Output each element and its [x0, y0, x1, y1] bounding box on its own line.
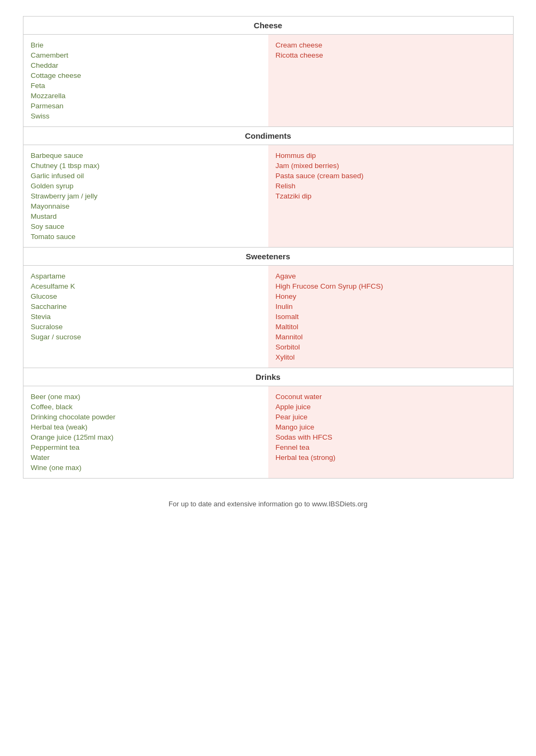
section-drinks: DrinksBeer (one max)Coffee, blackDrinkin… — [23, 368, 514, 479]
list-item: Maltitol — [276, 322, 506, 332]
section-body-drinks: Beer (one max)Coffee, blackDrinking choc… — [23, 386, 513, 478]
sections-container: CheeseBrieCamembertCheddarCottage cheese… — [23, 16, 514, 479]
footer: For up to date and extensive information… — [23, 500, 514, 508]
list-item: Mannitol — [276, 332, 506, 342]
section-body-sweeteners: AspartameAcesulfame KGlucoseSaccharineSt… — [23, 266, 513, 368]
list-item: Garlic infused oil — [31, 171, 261, 181]
list-item: Feta — [31, 81, 261, 91]
section-condiments: CondimentsBarbeque sauceChutney (1 tbsp … — [23, 127, 514, 248]
list-item: Orange juice (125ml max) — [31, 432, 261, 442]
list-item: Xylitol — [276, 352, 506, 362]
section-header-condiments: Condiments — [23, 127, 513, 145]
list-item: Mustard — [31, 211, 261, 221]
list-item: Golden syrup — [31, 181, 261, 191]
list-item: Strawberry jam / jelly — [31, 191, 261, 201]
list-item: Cream cheese — [276, 40, 506, 50]
list-item: Fennel tea — [276, 442, 506, 452]
list-item: High Frucose Corn Syrup (HFCS) — [276, 281, 506, 291]
list-item: Pasta sauce (cream based) — [276, 171, 506, 181]
column-right-drinks: Coconut waterApple juicePear juiceMango … — [268, 386, 513, 478]
list-item: Mayonnaise — [31, 201, 261, 211]
section-body-condiments: Barbeque sauceChutney (1 tbsp max)Garlic… — [23, 145, 513, 247]
list-item: Mozzarella — [31, 91, 261, 101]
list-item: Stevia — [31, 312, 261, 322]
list-item: Swiss — [31, 111, 261, 121]
list-item: Barbeque sauce — [31, 150, 261, 161]
section-header-cheese: Cheese — [23, 17, 513, 35]
section-body-cheese: BrieCamembertCheddarCottage cheeseFetaMo… — [23, 35, 513, 126]
list-item: Glucose — [31, 291, 261, 301]
section-header-drinks: Drinks — [23, 368, 513, 386]
list-item: Sodas with HFCS — [276, 432, 506, 442]
list-item: Jam (mixed berries) — [276, 161, 506, 171]
section-cheese: CheeseBrieCamembertCheddarCottage cheese… — [23, 16, 514, 127]
list-item: Sugar / sucrose — [31, 332, 261, 342]
list-item: Sorbitol — [276, 342, 506, 352]
list-item: Apple juice — [276, 402, 506, 412]
list-item: Wine (one max) — [31, 463, 261, 473]
column-left-cheese: BrieCamembertCheddarCottage cheeseFetaMo… — [23, 35, 268, 126]
list-item: Coconut water — [276, 392, 506, 402]
list-item: Camembert — [31, 50, 261, 60]
list-item: Sucralose — [31, 322, 261, 332]
list-item: Chutney (1 tbsp max) — [31, 161, 261, 171]
section-header-sweeteners: Sweeteners — [23, 248, 513, 266]
column-left-sweeteners: AspartameAcesulfame KGlucoseSaccharineSt… — [23, 266, 268, 368]
column-right-sweeteners: AgaveHigh Frucose Corn Syrup (HFCS)Honey… — [268, 266, 513, 368]
section-sweeteners: SweetenersAspartameAcesulfame KGlucoseSa… — [23, 248, 514, 368]
page-wrapper: CheeseBrieCamembertCheddarCottage cheese… — [23, 16, 514, 508]
list-item: Cottage cheese — [31, 70, 261, 81]
list-item: Tomato sauce — [31, 232, 261, 242]
list-item: Soy sauce — [31, 221, 261, 232]
list-item: Tzatziki dip — [276, 191, 506, 201]
column-right-cheese: Cream cheeseRicotta cheese — [268, 35, 513, 126]
list-item: Saccharine — [31, 301, 261, 312]
list-item: Mango juice — [276, 422, 506, 432]
list-item: Brie — [31, 40, 261, 50]
list-item: Hommus dip — [276, 150, 506, 161]
list-item: Relish — [276, 181, 506, 191]
column-left-drinks: Beer (one max)Coffee, blackDrinking choc… — [23, 386, 268, 478]
list-item: Drinking chocolate powder — [31, 412, 261, 422]
list-item: Beer (one max) — [31, 392, 261, 402]
list-item: Agave — [276, 271, 506, 281]
list-item: Herbal tea (strong) — [276, 452, 506, 463]
list-item: Acesulfame K — [31, 281, 261, 291]
list-item: Isomalt — [276, 312, 506, 322]
list-item: Ricotta cheese — [276, 50, 506, 60]
list-item: Parmesan — [31, 101, 261, 111]
list-item: Peppermint tea — [31, 442, 261, 452]
list-item: Cheddar — [31, 60, 261, 70]
list-item: Coffee, black — [31, 402, 261, 412]
list-item: Aspartame — [31, 271, 261, 281]
list-item: Inulin — [276, 301, 506, 312]
list-item: Herbal tea (weak) — [31, 422, 261, 432]
list-item: Pear juice — [276, 412, 506, 422]
column-left-condiments: Barbeque sauceChutney (1 tbsp max)Garlic… — [23, 145, 268, 247]
list-item: Honey — [276, 291, 506, 301]
list-item: Water — [31, 452, 261, 463]
column-right-condiments: Hommus dipJam (mixed berries)Pasta sauce… — [268, 145, 513, 247]
